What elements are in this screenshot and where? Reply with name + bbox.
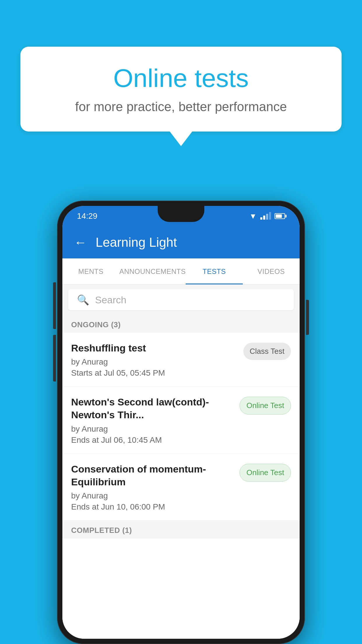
- test-author-1: by Anurag: [71, 424, 234, 434]
- test-title-1: Newton's Second law(contd)-Newton's Thir…: [71, 396, 234, 421]
- test-date-2: Ends at Jun 10, 06:00 PM: [71, 502, 234, 512]
- test-badge-1: Online Test: [240, 397, 291, 414]
- tab-videos[interactable]: VIDEOS: [243, 258, 300, 284]
- search-placeholder: Search: [95, 294, 126, 306]
- test-item-1[interactable]: Newton's Second law(contd)-Newton's Thir…: [62, 387, 300, 454]
- tab-tests[interactable]: TESTS: [186, 258, 242, 284]
- battery-icon: [275, 213, 285, 219]
- wifi-icon: ▼: [249, 212, 257, 221]
- test-item-0[interactable]: Reshuffling test by Anurag Starts at Jul…: [62, 333, 300, 387]
- app-bar: ← Learning Light: [62, 226, 300, 258]
- status-bar: 14:29 ▼: [62, 206, 300, 226]
- search-box[interactable]: 🔍 Search: [68, 289, 294, 310]
- test-author-0: by Anurag: [71, 357, 238, 367]
- speech-bubble: Online tests for more practice, better p…: [20, 47, 342, 132]
- status-time: 14:29: [77, 211, 97, 221]
- bubble-title: Online tests: [41, 64, 321, 92]
- section-ongoing-header: ONGOING (3): [62, 315, 300, 333]
- content-area: 🔍 Search ONGOING (3) Reshuffling test by…: [62, 285, 300, 639]
- search-container: 🔍 Search: [62, 285, 300, 315]
- test-badge-2: Online Test: [240, 464, 291, 482]
- test-title-2: Conservation of momentum-Equilibrium: [71, 463, 234, 488]
- signal-icon: [260, 213, 271, 220]
- tabs-container: MENTS ANNOUNCEMENTS TESTS VIDEOS: [62, 258, 300, 285]
- test-author-2: by Anurag: [71, 491, 234, 501]
- phone-screen: 14:29 ▼ ← Learning Light: [62, 206, 300, 639]
- tab-announcements[interactable]: ANNOUNCEMENTS: [119, 258, 186, 284]
- speech-bubble-container: Online tests for more practice, better p…: [20, 47, 342, 132]
- app-bar-title: Learning Light: [96, 235, 177, 250]
- test-info-1: Newton's Second law(contd)-Newton's Thir…: [71, 396, 234, 444]
- bubble-subtitle: for more practice, better performance: [41, 99, 321, 114]
- search-icon: 🔍: [77, 294, 89, 306]
- test-date-1: Ends at Jul 06, 10:45 AM: [71, 435, 234, 445]
- test-badge-0: Class Test: [243, 343, 291, 360]
- test-list: Reshuffling test by Anurag Starts at Jul…: [62, 333, 300, 639]
- test-date-0: Starts at Jul 05, 05:45 PM: [71, 368, 238, 378]
- section-completed-header: COMPLETED (1): [62, 521, 300, 538]
- status-icons: ▼: [249, 212, 285, 221]
- test-info-2: Conservation of momentum-Equilibrium by …: [71, 463, 234, 512]
- test-item-2[interactable]: Conservation of momentum-Equilibrium by …: [62, 454, 300, 521]
- phone-mockup: 14:29 ▼ ← Learning Light: [57, 201, 305, 644]
- test-title-0: Reshuffling test: [71, 342, 238, 354]
- phone-outer-frame: 14:29 ▼ ← Learning Light: [57, 201, 305, 644]
- back-button[interactable]: ←: [74, 235, 87, 250]
- notch: [158, 206, 204, 222]
- test-info-0: Reshuffling test by Anurag Starts at Jul…: [71, 342, 238, 378]
- tab-ments[interactable]: MENTS: [62, 258, 119, 284]
